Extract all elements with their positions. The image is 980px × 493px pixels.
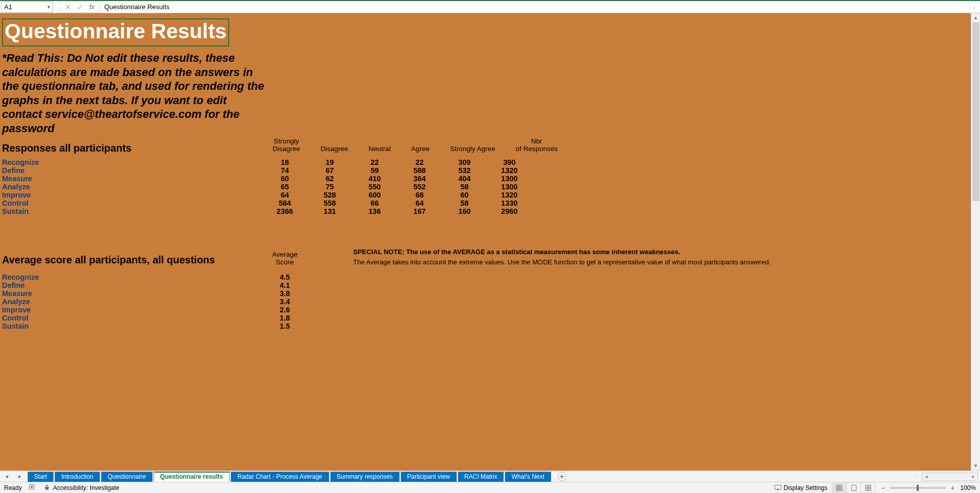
table-row: Recognize18192222309390 bbox=[2, 158, 532, 166]
cell: 67 bbox=[307, 166, 352, 175]
page-layout-view-button[interactable] bbox=[846, 483, 861, 492]
vertical-scrollbar[interactable]: ▲ ▼ bbox=[971, 13, 980, 471]
table-row: Improve6452860068601320 bbox=[2, 191, 532, 199]
table-row: Measure3.8 bbox=[2, 289, 307, 298]
page-break-view-button[interactable] bbox=[861, 483, 875, 492]
sheet-tab-questionnaire-results[interactable]: Questionnaire results bbox=[154, 472, 230, 482]
sheet-tab-questionnaire[interactable]: Questionnaire bbox=[101, 472, 153, 482]
cell: 167 bbox=[397, 207, 442, 215]
average-table: Recognize4.5Define4.1Measure3.8Analyze3.… bbox=[2, 273, 307, 330]
name-box[interactable]: A1 ▼ bbox=[1, 2, 53, 13]
accept-formula-icon: ✓ bbox=[77, 3, 83, 11]
display-settings-button[interactable]: Display Settings bbox=[774, 484, 827, 491]
table-row: Control1.8 bbox=[2, 314, 307, 322]
section2-header: Average score all participants, all ques… bbox=[2, 254, 262, 266]
row-label: Analyze bbox=[2, 298, 262, 306]
table-row: Sustain23661311361671602960 bbox=[2, 207, 532, 215]
formula-controls: ✕ ✓ fx bbox=[59, 2, 100, 13]
table-row: Sustain1.5 bbox=[2, 322, 307, 330]
hscroll-right-icon[interactable]: ► bbox=[969, 474, 977, 479]
horizontal-scrollbar[interactable]: ◄ ► bbox=[922, 473, 978, 481]
cell: 550 bbox=[352, 183, 397, 191]
sheet-tab-start[interactable]: Start bbox=[28, 472, 54, 482]
cell: 1320 bbox=[487, 166, 532, 175]
zoom-slider[interactable] bbox=[890, 487, 946, 489]
cell: 68 bbox=[397, 191, 442, 199]
formula-expand-icon[interactable]: ⌄ bbox=[972, 4, 980, 10]
cell: 1300 bbox=[487, 175, 532, 183]
svg-rect-1 bbox=[31, 486, 33, 488]
normal-view-button[interactable] bbox=[832, 483, 846, 492]
selected-cell-a1[interactable]: Questionnaire Results bbox=[2, 18, 229, 46]
name-box-dropdown-icon[interactable]: ▼ bbox=[46, 5, 51, 10]
sheet-tab-summary-responses[interactable]: Summary responses bbox=[330, 472, 400, 482]
cell: 3.8 bbox=[262, 289, 307, 298]
view-mode-group bbox=[831, 483, 875, 493]
cell: 64 bbox=[397, 199, 442, 207]
svg-rect-4 bbox=[777, 489, 779, 490]
tab-nav-prev[interactable]: ◄ bbox=[0, 474, 13, 479]
row-label: Recognize bbox=[2, 273, 262, 281]
responses-table-header: StronglyDisagree Disagree Neutral Agree … bbox=[262, 137, 568, 154]
tab-split-handle[interactable]: ⋮ bbox=[911, 473, 920, 480]
svg-point-2 bbox=[46, 484, 48, 486]
tab-nav-next[interactable]: ► bbox=[13, 474, 27, 479]
vscroll-thumb[interactable] bbox=[972, 22, 979, 201]
hscroll-left-icon[interactable]: ◄ bbox=[922, 474, 930, 479]
cell: 65 bbox=[262, 183, 307, 191]
cell: 1.8 bbox=[262, 314, 307, 322]
zoom-out-button[interactable]: − bbox=[879, 484, 887, 492]
sheet-tab-introduction[interactable]: Introduction bbox=[55, 472, 100, 482]
row-label: Sustain bbox=[2, 322, 262, 330]
row-label: Recognize bbox=[2, 158, 262, 166]
zoom-level[interactable]: 100% bbox=[960, 484, 976, 491]
sheet-tab-what-s-next[interactable]: What's Next bbox=[505, 472, 551, 482]
col-strongly-agree: Strongly Agree bbox=[440, 137, 506, 154]
sheet-tabs: StartIntroductionQuestionnaireQuestionna… bbox=[27, 472, 551, 482]
cell: 2960 bbox=[487, 207, 532, 215]
status-ready: Ready bbox=[4, 484, 22, 491]
row-label: Analyze bbox=[2, 183, 262, 191]
zoom-slider-thumb[interactable] bbox=[917, 485, 919, 491]
row-label: Control bbox=[2, 199, 262, 207]
row-label: Control bbox=[2, 314, 262, 322]
row-label: Measure bbox=[2, 289, 262, 298]
cell: 1300 bbox=[487, 183, 532, 191]
formula-input[interactable]: Questionnaire Results bbox=[100, 2, 970, 13]
cell: 66 bbox=[352, 199, 397, 207]
macro-record-icon[interactable] bbox=[29, 483, 36, 492]
table-row: Analyze3.4 bbox=[2, 298, 307, 306]
cell: 600 bbox=[352, 191, 397, 199]
row-label: Measure bbox=[2, 175, 262, 183]
worksheet[interactable]: Questionnaire Results *Read This: Do Not… bbox=[0, 13, 971, 471]
cell: 532 bbox=[442, 166, 487, 175]
sheet-tab-participant-view[interactable]: Participant view bbox=[401, 472, 457, 482]
svg-rect-14 bbox=[869, 488, 871, 490]
cell: 1320 bbox=[487, 191, 532, 199]
scroll-up-icon[interactable]: ▲ bbox=[971, 13, 980, 22]
accessibility-status[interactable]: Accessibility: Investigate bbox=[43, 484, 119, 491]
col-nbr-responses: Nbrof Responses bbox=[505, 137, 568, 154]
sheet-tab-radar-chart-process-average[interactable]: Radar Chart - Process Average bbox=[231, 472, 329, 482]
col-neutral: Neutral bbox=[358, 137, 401, 154]
row-label: Define bbox=[2, 281, 262, 289]
col-strongly-disagree: StronglyDisagree bbox=[262, 137, 310, 154]
cell: 584 bbox=[262, 199, 307, 207]
cell: 58 bbox=[442, 199, 487, 207]
table-row: Recognize4.5 bbox=[2, 273, 307, 281]
table-row: Improve2.6 bbox=[2, 306, 307, 314]
table-row: Analyze6575550552581300 bbox=[2, 183, 532, 191]
cell: 64 bbox=[262, 191, 307, 199]
svg-rect-3 bbox=[775, 485, 781, 489]
vscroll-track[interactable] bbox=[971, 201, 980, 461]
add-sheet-button[interactable]: + bbox=[557, 472, 567, 481]
cell: 1330 bbox=[487, 199, 532, 207]
zoom-in-button[interactable]: + bbox=[949, 484, 956, 492]
section1-header: Responses all participants bbox=[2, 142, 262, 154]
scroll-down-icon[interactable]: ▼ bbox=[971, 461, 980, 471]
sheet-tab-raci-matrix[interactable]: RACI Matrix bbox=[458, 472, 504, 482]
svg-rect-13 bbox=[866, 488, 868, 490]
cell: 364 bbox=[397, 175, 442, 183]
cell: 74 bbox=[262, 166, 307, 175]
fx-icon[interactable]: fx bbox=[89, 3, 94, 11]
